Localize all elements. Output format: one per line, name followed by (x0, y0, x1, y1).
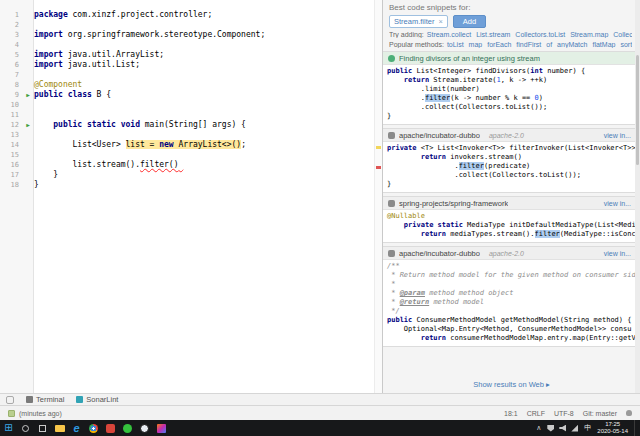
license-label: apache-2.0 (489, 132, 524, 139)
error-marker[interactable] (376, 166, 381, 169)
editor-line[interactable]: 4 (0, 40, 382, 50)
suggestion-link[interactable]: Stream.map (570, 31, 608, 38)
editor-line[interactable]: 10 (0, 100, 382, 110)
panel-scrollbar[interactable] (635, 0, 640, 393)
view-in-link[interactable]: view in... (604, 132, 635, 139)
toolwindow-sonarlint[interactable]: SonarLint (76, 395, 118, 404)
panel-scrollbar-thumb[interactable] (636, 55, 639, 165)
editor-line[interactable]: 6import java.util.List; (0, 60, 382, 70)
editor-line[interactable]: 17 } (0, 170, 382, 180)
editor-line[interactable]: 3import org.springframework.stereotype.C… (0, 30, 382, 40)
suggestion-link[interactable]: anyMatch (557, 41, 587, 48)
suggestion-link[interactable]: of (546, 41, 552, 48)
network-icon[interactable] (571, 425, 578, 432)
status-bar: (minutes ago) 18:1CRLFUTF-8Git: master (0, 405, 640, 420)
editor-scrollbar[interactable] (374, 0, 382, 393)
popular-links: toListmapforEachfindFirstofanyMatchflatM… (447, 41, 632, 48)
view-in-link[interactable]: view in... (604, 250, 635, 257)
repo-name[interactable]: apache/incubator-dubbo (399, 131, 480, 140)
chevron-up-icon[interactable]: ∧ (536, 424, 541, 432)
suggestion-link[interactable]: flatMap (592, 41, 615, 48)
show-desktop-button[interactable] (634, 420, 638, 436)
editor-line[interactable]: 14 List<User> list = new ArrayList<>(); (0, 140, 382, 150)
chip-close-icon[interactable]: × (438, 17, 442, 26)
line-number: 15 (0, 150, 22, 160)
suggestion-link[interactable]: forEach (487, 41, 511, 48)
suggestion-link[interactable]: sorted (620, 41, 632, 48)
panel-title: Best code snippets for: (389, 3, 632, 12)
gutter-space (22, 150, 34, 160)
search-icon[interactable] (17, 420, 34, 436)
toolwindow-terminal[interactable]: Terminal (26, 395, 64, 404)
status-item[interactable]: Git: master (583, 410, 617, 417)
toolwindow-switcher-icon[interactable] (6, 396, 14, 404)
editor-line[interactable]: 2 (0, 20, 382, 30)
view-in-link[interactable]: view in... (604, 200, 635, 207)
idea-icon[interactable] (153, 420, 170, 436)
snippet-code[interactable]: private <T> List<Invoker<T>> filterInvok… (383, 142, 640, 192)
editor-line[interactable]: 8@Component (0, 80, 382, 90)
chrome-icon[interactable] (85, 420, 102, 436)
suggestion-link[interactable]: findFirst (516, 41, 541, 48)
line-number: 7 (0, 70, 22, 80)
notification-icon[interactable] (626, 410, 632, 416)
suggestion-link[interactable]: toList (447, 41, 464, 48)
language-indicator[interactable]: 中 (584, 423, 591, 433)
query-chip[interactable]: Stream.filter × (389, 15, 448, 28)
editor-line[interactable]: 15 (0, 150, 382, 160)
status-message[interactable]: (minutes ago) (8, 410, 62, 417)
repo-name[interactable]: spring-projects/spring-framework (399, 199, 508, 208)
gutter-space (22, 140, 34, 150)
license-label: apache-2.0 (489, 250, 524, 257)
editor-line[interactable]: 12▶ public static void main(String[] arg… (0, 120, 382, 130)
run-button-icon[interactable]: ▶ (22, 90, 34, 100)
suggestion-link[interactable]: Stream.collect (427, 31, 471, 38)
volume-icon[interactable] (559, 425, 566, 432)
snippet-code[interactable]: /** * Return method model for the given … (383, 260, 640, 346)
code-editor[interactable]: 1package com.xinzf.project.controller;2 … (0, 0, 383, 393)
snippet-header: spring-projects/spring-frameworkview in.… (383, 197, 640, 210)
edge-icon[interactable]: e (68, 420, 85, 436)
editor-line[interactable]: 1package com.xinzf.project.controller; (0, 10, 382, 20)
suggestion-link[interactable]: Collectors.toList (515, 31, 565, 38)
suggestion-link[interactable]: map (469, 41, 483, 48)
start-icon[interactable]: ⊞ (0, 420, 17, 436)
highlight-marker[interactable] (376, 146, 381, 149)
line-number: 5 (0, 50, 22, 60)
task-view-icon[interactable] (34, 420, 51, 436)
editor-line[interactable]: 16 list.stream().filter() (0, 160, 382, 170)
folder-icon[interactable] (51, 420, 68, 436)
snippet-code[interactable]: public List<Integer> findDivisors(int nu… (383, 65, 640, 124)
line-number: 2 (0, 20, 22, 30)
status-item[interactable]: CRLF (527, 410, 545, 417)
event-log-icon[interactable] (8, 410, 15, 417)
arrow-right-icon: ▸ (546, 380, 550, 389)
add-query-button[interactable]: Add (453, 15, 486, 28)
editor-line[interactable]: 18} (0, 180, 382, 190)
gutter-space (22, 160, 34, 170)
suggestion-link[interactable]: List.stream (476, 31, 510, 38)
snippet-section: Finding divisors of an integer using str… (383, 51, 640, 125)
taskbar-clock[interactable]: 17:25 2020-05-14 (597, 421, 628, 435)
status-item[interactable]: 18:1 (504, 410, 518, 417)
status-items: 18:1CRLFUTF-8Git: master (504, 410, 632, 417)
editor-line[interactable]: 13 (0, 130, 382, 140)
snippet-code[interactable]: @Nullable private static MediaType initD… (383, 210, 640, 242)
editor-line[interactable]: 9▶public class B { (0, 90, 382, 100)
editor-line[interactable]: 11 (0, 110, 382, 120)
app-red-icon[interactable] (102, 420, 119, 436)
run-button-icon[interactable]: ▶ (22, 120, 34, 130)
suggestion-link[interactable]: Collectors.toSet (613, 31, 632, 38)
snippet-icon (388, 55, 395, 62)
wechat-icon[interactable] (119, 420, 136, 436)
show-results-link[interactable]: Show results on Web ▸ (383, 378, 640, 393)
line-number: 1 (0, 10, 22, 20)
line-number: 4 (0, 40, 22, 50)
status-item[interactable]: UTF-8 (554, 410, 574, 417)
qq-icon[interactable] (136, 420, 153, 436)
terminal-icon (26, 396, 33, 403)
repo-name[interactable]: apache/incubator-dubbo (399, 249, 480, 258)
editor-line[interactable]: 7 (0, 70, 382, 80)
shield-icon[interactable] (547, 425, 554, 432)
editor-line[interactable]: 5import java.util.ArrayList; (0, 50, 382, 60)
